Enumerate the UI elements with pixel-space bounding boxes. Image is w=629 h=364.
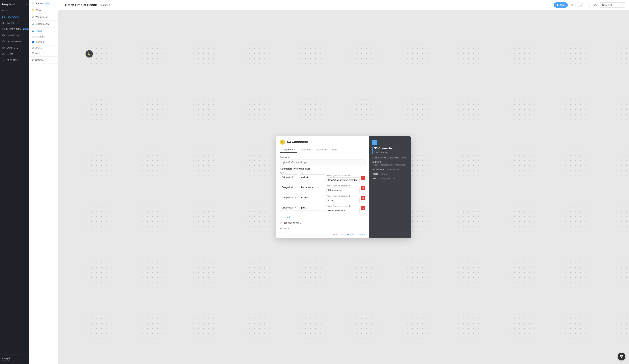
save-changes-button[interactable]: Save Changes [347, 233, 365, 236]
delete-card-button[interactable]: Delete Card [331, 233, 344, 236]
second-sidebar: 📄 Papers NEW 📁 Files 🖥 Workspaces 🔬 Expe… [29, 0, 58, 364]
task-label: New Task [602, 4, 613, 6]
code-button[interactable]: </> [592, 2, 599, 8]
sidebar-item-containers[interactable]: Containers [0, 39, 29, 45]
sidebar-item-dashboard[interactable]: Dashboard [0, 32, 29, 39]
sidebar-header: blueprintsd... ‹ [0, 0, 29, 8]
tab-conditions[interactable]: Conditions [297, 147, 314, 153]
modal-overlay: 🐍 S3 Connector Parameters Conditions Adv… [58, 10, 629, 364]
sidebar-item-settings[interactable]: Settings [0, 57, 29, 63]
cloud-icon: ☁ [373, 141, 376, 144]
param-type-3[interactable]: Categorical [280, 195, 298, 200]
datasets-icon [2, 22, 5, 24]
sidebar-item-flows[interactable]: 🌊 Flows [29, 27, 58, 34]
files-label: Files [36, 9, 41, 12]
svg-rect-5 [2, 28, 4, 30]
sidebar-item-projects[interactable]: Projects [0, 14, 29, 20]
blueprints-label: Blueprints [6, 28, 21, 30]
modal-header: 🐍 S3 Connector [276, 136, 369, 145]
sidebar-item-workspaces[interactable]: 🖥 Workspaces [29, 14, 58, 20]
footer-version: v4.7.43 [2, 360, 27, 362]
param-type-1[interactable]: Categorical [280, 174, 298, 180]
command-input[interactable] [280, 159, 365, 165]
sidebar-item-compute[interactable]: Compute [0, 45, 29, 51]
modal-left-panel: 🐍 S3 Connector Parameters Conditions Adv… [276, 136, 369, 238]
scissors-icon: ✂ [587, 4, 589, 6]
config-param-name-bucketname: bucketname [372, 168, 384, 171]
tab-parameters[interactable]: Parameters [280, 147, 297, 153]
sidebar-item-team[interactable]: Team [0, 51, 29, 57]
run-button[interactable]: ▶ Run [554, 2, 568, 8]
configurable-params-label: Configurable Parameters: [372, 157, 408, 159]
datasets-label: Datasets [6, 22, 18, 24]
delete-param-1[interactable]: ✕ [361, 176, 365, 180]
sidebar-item-datasets[interactable]: Datasets [0, 20, 29, 26]
save-dot-icon [347, 234, 349, 236]
dashboard-icon [2, 34, 5, 37]
param-type-2[interactable]: Categorical [280, 185, 298, 190]
param-key-3[interactable] [300, 195, 325, 200]
right-panel-title: S3 Connector [374, 147, 408, 150]
values-label-1: Values (comma separated) [326, 174, 360, 177]
delete-param-2[interactable]: ✕ [361, 186, 365, 190]
compute-label: Compute [6, 47, 18, 49]
param-values-4[interactable] [326, 208, 360, 213]
param-key-4[interactable] [300, 205, 325, 211]
task-selector[interactable]: New Task ▼ [600, 2, 625, 8]
config-param-endpoint: endpoint "http://s3.amazonaws.com/downlo… [372, 161, 408, 166]
param-key-2[interactable] [300, 185, 325, 190]
papers-badge: NEW [45, 2, 50, 4]
containers-section-label: CONTAINERS [29, 34, 58, 39]
sidebar-item-experiments[interactable]: 🔬 Experiments [29, 20, 58, 27]
compute-icon [2, 46, 5, 49]
param-values-col-2: Values (comma separated) [326, 185, 360, 193]
right-panel-subtitle: S3 Connector [374, 151, 408, 154]
clock-button[interactable]: 🕐 [577, 2, 583, 8]
add-param-button[interactable]: Add [280, 216, 298, 219]
sidebar-collapse-icon[interactable]: ‹ [26, 2, 27, 6]
papers-icon: 📄 [32, 2, 35, 5]
param-values-col-4: Values (comma separated) [326, 205, 360, 213]
param-values-2[interactable] [326, 188, 360, 193]
sidebar-item-serving[interactable]: 🔵 Serving [29, 39, 58, 45]
modal-tabs: Parameters Conditions Advanced Yaml [276, 147, 369, 153]
sidebar-item-apps[interactable]: ⊞ Apps [29, 50, 58, 57]
optimization-section: ⊙ OPTIMIZATION [280, 222, 365, 225]
params-section: Parameters (Key value pairs) Type Key [280, 168, 365, 219]
config-param-bucketname: bucketname "libhub-readme" [372, 168, 408, 171]
param-key-1[interactable] [300, 174, 325, 180]
code-icon: </> [594, 4, 597, 6]
beta-badge: BETA [22, 28, 28, 30]
param-values-1[interactable] [326, 177, 360, 183]
copy-button[interactable]: ⧉ [569, 2, 576, 8]
sidebar-item-files[interactable]: 📁 Files [29, 7, 58, 14]
canvas-area[interactable]: 🐍 🐍 S3 Connector Parameters Conditions [58, 10, 629, 364]
settings-main-label: Settings [6, 59, 18, 61]
sidebar-item-settings2[interactable]: ⚙ Settings [29, 57, 58, 63]
param-type-4[interactable]: Categorical [280, 205, 298, 211]
tab-yaml[interactable]: Yaml [329, 147, 339, 153]
scissors-button[interactable]: ✂ [585, 2, 591, 8]
delete-param-4[interactable]: ✕ [361, 206, 365, 210]
modal-title: S3 Connector [287, 140, 308, 144]
sidebar-item-blueprints[interactable]: Blueprints BETA [0, 26, 29, 32]
delete-param-3[interactable]: ✕ [361, 196, 365, 200]
param-values-3[interactable] [326, 198, 360, 203]
col-type-header: Type [280, 172, 298, 174]
flows-icon: 🌊 [32, 29, 35, 32]
containers-label: Containers [6, 40, 22, 43]
right-panel-title-section: S3 Connector S3 Connector [372, 147, 408, 154]
sidebar-item-papers[interactable]: 📄 Papers NEW [29, 0, 58, 7]
config-param-val-prefix: "scene_detection/" [379, 177, 395, 180]
main-area: Batch Predict Scene Version 1 ▼ ▶ Run ⧉ … [58, 0, 629, 364]
modal-icon: 🐍 [280, 139, 285, 145]
version-label: Version 1 [100, 4, 110, 6]
optimization-toggle-icon[interactable]: ⊙ [280, 222, 282, 225]
svg-point-14 [3, 60, 4, 60]
containers-icon [2, 40, 5, 43]
projects-icon [2, 15, 5, 18]
sidebar-footer: cnvrg.io v4.7.43 [0, 355, 29, 364]
version-selector[interactable]: Version 1 ▼ [99, 3, 114, 7]
tab-advanced[interactable]: Advanced [314, 147, 329, 153]
svg-point-13 [4, 53, 4, 54]
